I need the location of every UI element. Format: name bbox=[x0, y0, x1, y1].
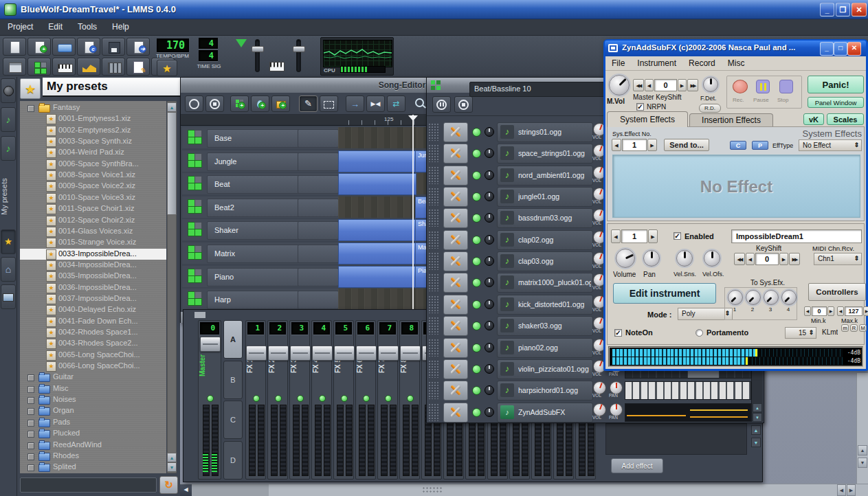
track-plate[interactable] bbox=[298, 245, 339, 263]
presets-refresh-button[interactable]: ↻ bbox=[159, 476, 178, 494]
presets-tree-item[interactable]: ★ 0034-ImpossibleDrea... bbox=[20, 260, 166, 271]
fx-channel-led[interactable] bbox=[341, 395, 348, 402]
track-name[interactable]: Shaker bbox=[207, 221, 304, 240]
next-button[interactable]: → bbox=[346, 95, 364, 112]
song-playhead-marker[interactable] bbox=[408, 115, 418, 126]
chain-scroll-down[interactable]: ▼ bbox=[751, 438, 761, 447]
track-mute-solo-grid[interactable] bbox=[188, 245, 203, 260]
fx-channel-fader[interactable] bbox=[312, 346, 333, 361]
fx-channel-fader[interactable] bbox=[268, 346, 289, 361]
track-mute-led[interactable] bbox=[472, 171, 481, 180]
fx-channel-strip[interactable]: 8 FX 8 bbox=[399, 320, 420, 480]
track-grip[interactable] bbox=[428, 317, 439, 335]
zyn-close-button[interactable]: ✕ bbox=[847, 42, 861, 56]
fx-mixer-toggle[interactable] bbox=[102, 58, 125, 76]
bb-track-name[interactable]: clap03.ogg bbox=[518, 252, 591, 270]
open-project-button[interactable]: + bbox=[27, 38, 51, 56]
bb-track-name[interactable]: jungle01.ogg bbox=[518, 188, 591, 205]
fx-channel-fader[interactable] bbox=[400, 346, 421, 361]
save-project-button[interactable] bbox=[102, 38, 125, 56]
timesig-denominator-display[interactable]: 4 bbox=[199, 50, 218, 61]
track-name-plate[interactable]: ♪ strings01.ogg bbox=[497, 122, 593, 142]
portamento-radio[interactable] bbox=[695, 329, 703, 337]
presets-tree-item[interactable]: ★ 0035-ImpossibleDrea... bbox=[20, 271, 166, 282]
add-effect-button[interactable]: Add effect bbox=[611, 458, 663, 473]
master-volume-slider[interactable] bbox=[255, 39, 260, 72]
presets-tree-item[interactable]: ★ Splited bbox=[20, 462, 166, 473]
sysefx-send-knob[interactable] bbox=[746, 290, 761, 305]
expand-checkbox[interactable] bbox=[27, 408, 34, 415]
bb-track-name[interactable]: piano02.ogg bbox=[518, 339, 591, 357]
presets-tree-item[interactable]: ★ 0040-Delayed Echo.xiz bbox=[20, 304, 166, 315]
presets-tree-item[interactable]: ★ Pads bbox=[20, 417, 166, 428]
zyn-menu-item[interactable]: Instrument bbox=[631, 56, 682, 68]
track-plate[interactable] bbox=[298, 291, 339, 309]
master-pitch-handle[interactable] bbox=[293, 46, 305, 52]
presets-tree-item[interactable]: ★ 0015-Strange Voice.xiz bbox=[20, 237, 166, 248]
record-button[interactable] bbox=[733, 80, 748, 93]
track-actions-button[interactable] bbox=[443, 381, 468, 401]
automation-editor-toggle[interactable] bbox=[77, 58, 100, 76]
mrm-button[interactable]: m bbox=[841, 324, 849, 332]
main-titlebar[interactable]: BlueWolf-DreamTravel* - LMMS 0.4.0 _ ❐ ✕ bbox=[0, 0, 868, 19]
fx-channel-fader[interactable] bbox=[246, 346, 267, 361]
sidebar-instruments-tab[interactable] bbox=[1, 78, 16, 103]
effect-chain-list[interactable] bbox=[605, 423, 747, 455]
keyshift-fast-down[interactable]: ◀◀ bbox=[633, 79, 644, 91]
track-name-plate[interactable]: ♪ clap03.ogg bbox=[497, 251, 593, 271]
pause-button[interactable] bbox=[756, 80, 770, 93]
presets-tree-item[interactable]: ★ 0009-Space Voice2.xiz bbox=[20, 181, 166, 192]
fx-channel-strip[interactable]: 5 FX 5 bbox=[333, 320, 354, 480]
expand-checkbox[interactable] bbox=[27, 431, 34, 438]
track-actions-button[interactable] bbox=[443, 230, 468, 250]
track-mute-solo-grid[interactable] bbox=[188, 269, 203, 284]
send-to-button[interactable]: Send to... bbox=[664, 139, 709, 151]
zyn-maximize-button[interactable]: □ bbox=[834, 42, 847, 56]
track-mute-solo-grid[interactable] bbox=[188, 199, 203, 214]
track-grip[interactable] bbox=[428, 273, 439, 291]
track-mute-led[interactable] bbox=[472, 322, 481, 330]
part-keyshift-fast-up[interactable]: ▶▶ bbox=[789, 253, 800, 265]
paste-button[interactable]: P bbox=[752, 141, 768, 150]
fine-detune-knob[interactable] bbox=[703, 77, 718, 92]
menu-item[interactable]: Project bbox=[0, 19, 41, 34]
track-actions-button[interactable] bbox=[443, 403, 468, 422]
klmt-spinner[interactable]: 15 bbox=[785, 327, 816, 339]
bb-track-name[interactable]: ZynAddSubFX bbox=[518, 403, 591, 421]
track-name[interactable]: Jungle bbox=[207, 153, 304, 171]
nrpn-checkbox[interactable]: ✓ bbox=[636, 103, 644, 111]
keyshift-up[interactable]: ▶ bbox=[678, 79, 687, 91]
copy-button[interactable]: C bbox=[730, 141, 746, 150]
bb-scroll-up[interactable]: ▲ bbox=[753, 403, 762, 412]
track-name-plate[interactable]: ♪ ZynAddSubFX bbox=[497, 403, 593, 422]
rd-button[interactable]: R.D. bbox=[699, 104, 721, 113]
project-notes-toggle[interactable] bbox=[126, 58, 150, 76]
track-grip[interactable] bbox=[428, 360, 439, 378]
tab-insertion-effects[interactable]: Insertion Effects bbox=[689, 113, 773, 127]
mink-up[interactable]: ▶ bbox=[827, 306, 834, 316]
presets-scroll-down[interactable]: ▼ bbox=[167, 462, 177, 472]
track-mute-led[interactable] bbox=[472, 257, 481, 266]
export-project-button[interactable]: ➔ bbox=[126, 38, 150, 56]
track-name-plate[interactable]: ♪ harpsichord01.ogg bbox=[497, 381, 593, 401]
presets-scroll-up[interactable]: ▲ bbox=[167, 102, 177, 112]
sys-effect-next[interactable]: ▶ bbox=[647, 139, 657, 151]
instrument-name-field[interactable]: ImpossibleDream1 bbox=[731, 229, 862, 243]
master-channel-led[interactable] bbox=[207, 395, 214, 402]
mrm-button[interactable]: M bbox=[859, 324, 867, 332]
track-mute-led[interactable] bbox=[472, 278, 481, 287]
bb-track-name[interactable]: clap02.ogg bbox=[518, 231, 591, 249]
end-button[interactable]: ▶◀ bbox=[366, 95, 385, 112]
bb-stop-button[interactable] bbox=[454, 96, 473, 113]
track-knob[interactable] bbox=[485, 127, 494, 137]
bb-track-name[interactable]: strings01.ogg bbox=[518, 123, 591, 141]
part-prev[interactable]: ◀ bbox=[611, 229, 621, 243]
expand-checkbox[interactable] bbox=[27, 386, 34, 393]
track-mute-solo-grid[interactable] bbox=[188, 291, 203, 306]
bb-play-button[interactable] bbox=[432, 96, 451, 113]
part-keyshift-fast-down[interactable]: ◀◀ bbox=[734, 253, 745, 265]
mixer-bank-button[interactable]: B bbox=[223, 361, 243, 399]
track-grip[interactable] bbox=[428, 231, 439, 249]
mrm-button[interactable]: R bbox=[850, 324, 858, 332]
presets-tree-item[interactable]: ★ 0002-Emptyness2.xiz bbox=[20, 125, 166, 136]
